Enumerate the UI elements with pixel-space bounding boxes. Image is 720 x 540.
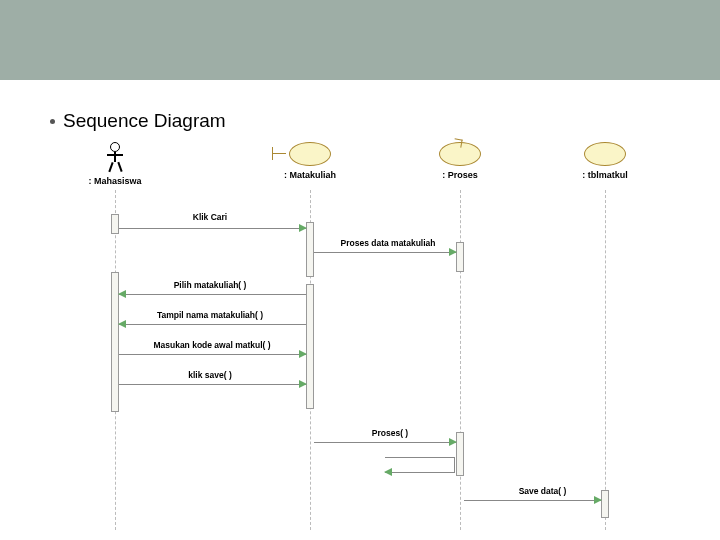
sequence-diagram: : Mahasiswa : Matakuliah : Proses : tblm… (50, 142, 670, 532)
object-proses: : Proses (425, 142, 495, 180)
self-message-arrow (385, 457, 455, 473)
lifeline-tblmatkul (605, 190, 606, 530)
bullet-line: Sequence Diagram (50, 110, 670, 132)
message-label: Tampil nama matakuliah( ) (125, 310, 295, 320)
object-tblmatkul: : tblmatkul (565, 142, 645, 180)
activation-bar (601, 490, 609, 518)
activation-bar (111, 214, 119, 234)
activation-bar (456, 242, 464, 272)
message-label: klik save( ) (155, 370, 265, 380)
entity-icon (584, 142, 626, 166)
message-arrow (119, 354, 306, 355)
message-label: Proses data matakuliah (328, 238, 448, 248)
bullet-dot (50, 119, 55, 124)
message-arrow (119, 324, 306, 325)
object-label: : Matakuliah (265, 170, 355, 180)
message-arrow (119, 294, 306, 295)
activation-bar (306, 222, 314, 277)
message-label: Klik Cari (150, 212, 270, 222)
actor-icon (105, 142, 125, 172)
actor-label: : Mahasiswa (80, 176, 150, 186)
message-arrow (119, 384, 306, 385)
message-arrow (314, 442, 456, 443)
message-label: Pilih matakuliah( ) (135, 280, 285, 290)
activation-bar (306, 284, 314, 409)
message-arrow (314, 252, 456, 253)
control-icon (439, 142, 481, 166)
object-label: : Proses (425, 170, 495, 180)
content-area: Sequence Diagram : Mahasiswa : Matakulia… (0, 80, 720, 532)
heading: Sequence Diagram (63, 110, 226, 132)
object-label: : tblmatkul (565, 170, 645, 180)
message-label: Save data( ) (495, 486, 590, 496)
boundary-icon (289, 142, 331, 166)
activation-bar (456, 432, 464, 476)
message-arrow (119, 228, 306, 229)
actor-mahasiswa: : Mahasiswa (80, 142, 150, 186)
slide-topbar (0, 0, 720, 80)
object-matakuliah: : Matakuliah (265, 142, 355, 180)
message-label: Masukan kode awal matkul( ) (122, 340, 302, 350)
lifeline-proses (460, 190, 461, 530)
message-arrow (464, 500, 601, 501)
message-label: Proses( ) (350, 428, 430, 438)
